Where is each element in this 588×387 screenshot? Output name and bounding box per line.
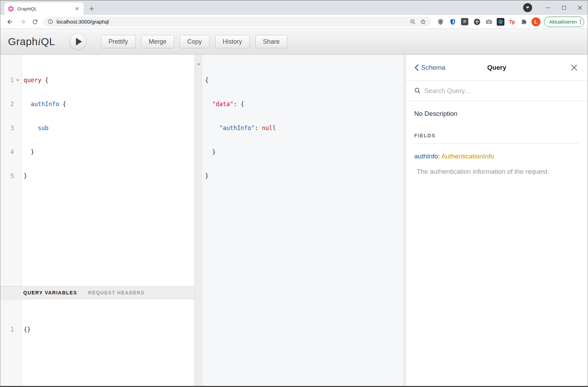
graphiql-logo: GraphiQL: [8, 36, 55, 48]
tampermonkey-tp-icon[interactable]: Tp: [508, 17, 517, 26]
maximize-button[interactable]: [556, 0, 572, 15]
code-line: }: [205, 148, 406, 156]
code-line: {: [205, 76, 406, 84]
history-button[interactable]: History: [215, 35, 250, 48]
close-icon: [570, 64, 578, 71]
update-button-label: Aktualisieren: [549, 19, 577, 25]
play-icon: [76, 38, 82, 45]
result-pane: { "data": { "authInfo": null } }: [195, 55, 406, 386]
graphql-favicon-icon: [8, 6, 14, 12]
url-text: localhost:3000/graphql: [57, 19, 407, 25]
forward-button[interactable]: [17, 17, 28, 27]
code-line: }: [205, 172, 406, 180]
variables-code: {}: [22, 299, 194, 386]
field-row: authInfo: AuthenticationInfo: [414, 153, 579, 160]
docs-search-input[interactable]: [424, 87, 579, 95]
docs-header: Query Schema: [406, 55, 588, 81]
docs-explorer: Query Schema No Description FIELDS: [406, 55, 588, 386]
line-number: 1: [0, 76, 22, 84]
docs-search-row: [406, 81, 588, 101]
code-line: query {: [24, 76, 194, 84]
extension-p-icon[interactable]: P: [460, 17, 469, 26]
line-number: 1: [0, 326, 22, 334]
zoom-icon[interactable]: [408, 17, 417, 26]
minimize-icon: [546, 8, 550, 8]
field-name-link[interactable]: authInfo: [414, 153, 438, 160]
browser-window: GraphiQL: [0, 0, 588, 387]
fold-arrow-icon[interactable]: [197, 63, 201, 66]
reload-button[interactable]: [30, 17, 40, 27]
tab-search-chevron-icon[interactable]: [523, 3, 532, 12]
result-fold-gutter: [195, 55, 202, 386]
react-devtools-icon[interactable]: [497, 18, 504, 26]
address-bar[interactable]: localhost:3000/graphql: [43, 17, 431, 27]
search-icon: [414, 87, 421, 94]
copy-button[interactable]: Copy: [180, 35, 210, 48]
bitwarden-shield-icon[interactable]: [448, 17, 457, 26]
docs-back-label: Schema: [421, 64, 445, 71]
code-line: {}: [24, 326, 194, 334]
toolbar-buttons: Prettify Merge Copy History Share: [101, 35, 287, 48]
variables-title-bar: QUERY VARIABLES REQUEST HEADERS: [0, 286, 194, 299]
code-line: }: [24, 172, 194, 180]
chevron-left-icon: [414, 64, 419, 71]
bookmark-star-icon[interactable]: [419, 17, 428, 26]
close-icon: [578, 6, 582, 10]
tab-strip: GraphiQL: [0, 0, 588, 15]
code-line: sub: [24, 124, 194, 132]
editor-panes: 1 2 3 4 5 query { authInfo { sub } }: [0, 55, 588, 386]
execute-button[interactable]: [70, 33, 86, 50]
minimize-button[interactable]: [540, 0, 556, 15]
variables-editor[interactable]: 1 {}: [0, 299, 194, 386]
move-tool-icon[interactable]: [472, 17, 482, 26]
maximize-icon: [562, 6, 566, 10]
update-button[interactable]: Aktualisieren: [544, 17, 584, 27]
docs-body: No Description FIELDS authInfo: Authenti…: [406, 101, 588, 184]
line-number: 3: [0, 124, 22, 132]
merge-button[interactable]: Merge: [141, 35, 174, 48]
site-info-icon[interactable]: [48, 19, 53, 25]
browser-tab[interactable]: GraphiQL: [5, 2, 84, 15]
ublock-shield-icon[interactable]: [436, 17, 445, 26]
type-description: No Description: [414, 110, 579, 118]
result-json: { "data": { "authInfo": null } }: [202, 55, 406, 386]
extensions-puzzle-icon[interactable]: [520, 17, 529, 26]
new-tab-button[interactable]: [86, 3, 97, 14]
line-number-gutter: 1 2 3 4 5: [0, 55, 22, 286]
back-button[interactable]: [5, 17, 15, 27]
close-window-button[interactable]: [572, 0, 588, 15]
window-controls: [523, 0, 588, 15]
fields-heading: FIELDS: [414, 133, 579, 144]
code-line: }: [24, 148, 194, 156]
profile-avatar[interactable]: L: [531, 17, 540, 26]
extensions-row: P Tp: [436, 17, 529, 26]
line-number: 2: [0, 100, 22, 108]
field-description: The authentication information of the re…: [414, 168, 579, 175]
request-headers-tab[interactable]: REQUEST HEADERS: [88, 290, 145, 295]
tab-title: GraphiQL: [17, 6, 74, 11]
docs-close-button[interactable]: [570, 63, 579, 72]
code-line: "data": {: [205, 100, 406, 108]
code-line: "authInfo": null: [205, 124, 406, 132]
line-number: 5: [0, 172, 22, 180]
query-editor-pane[interactable]: 1 2 3 4 5 query { authInfo { sub } }: [0, 55, 195, 386]
graphiql-topbar: GraphiQL Prettify Merge Copy History Sha…: [0, 29, 588, 55]
kebab-menu-icon[interactable]: [580, 19, 581, 24]
query-editor[interactable]: 1 2 3 4 5 query { authInfo { sub } }: [0, 55, 194, 286]
line-number-gutter: 1: [0, 299, 22, 386]
fold-arrow-icon[interactable]: [16, 79, 19, 81]
line-number: 4: [0, 148, 22, 156]
share-button[interactable]: Share: [255, 35, 287, 48]
docs-back-link[interactable]: Schema: [414, 64, 445, 71]
prettify-button[interactable]: Prettify: [101, 35, 136, 48]
query-variables-tab[interactable]: QUERY VARIABLES: [23, 290, 77, 295]
tab-close-icon[interactable]: [74, 6, 80, 12]
graphiql-app: GraphiQL Prettify Merge Copy History Sha…: [0, 29, 588, 386]
camera-icon[interactable]: [485, 17, 494, 26]
type-name-link[interactable]: AuthenticationInfo: [441, 153, 494, 160]
code-line: authInfo {: [24, 100, 194, 108]
browser-toolbar: localhost:3000/graphql P: [0, 15, 588, 29]
query-code: query { authInfo { sub } }: [22, 55, 194, 286]
